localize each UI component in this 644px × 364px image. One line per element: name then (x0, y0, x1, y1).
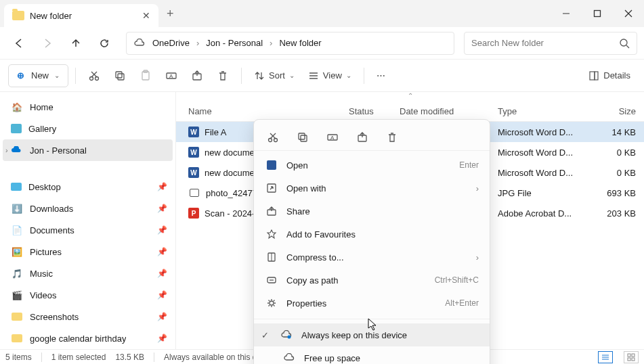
breadcrumb[interactable]: OneDrive › Jon - Personal › New folder (126, 32, 454, 55)
svg-rect-1 (595, 11, 601, 17)
compress-icon (265, 252, 278, 263)
onedrive-icon (11, 144, 23, 156)
details-button[interactable]: Details (583, 64, 636, 87)
back-button[interactable] (7, 31, 31, 55)
ctx-free-up[interactable]: Free up space (254, 346, 490, 364)
minimize-button[interactable] (551, 0, 582, 27)
view-details-toggle[interactable] (598, 351, 613, 363)
sort-button[interactable]: Sort ⌄ (249, 64, 300, 87)
window-tab[interactable]: New folder ✕ (4, 4, 158, 27)
pin-icon: 📌 (157, 204, 167, 213)
sidebar-item-screenshots[interactable]: Screenshots📌 (0, 306, 175, 327)
pdf-icon: P (188, 208, 199, 219)
paste-button[interactable] (134, 64, 157, 87)
close-window-button[interactable] (613, 0, 644, 27)
ctx-properties[interactable]: PropertiesAlt+Enter (254, 292, 490, 315)
forward-button[interactable] (35, 31, 60, 55)
pictures-icon: 🖼️ (11, 246, 23, 258)
downloads-icon: ⬇️ (11, 202, 23, 214)
maximize-button[interactable] (582, 0, 613, 27)
cloud-sync-icon (280, 330, 293, 340)
close-tab-button[interactable]: ✕ (142, 10, 150, 21)
column-name[interactable]: Name (176, 106, 349, 116)
ctx-cut-button[interactable] (263, 128, 282, 147)
cloud-icon (133, 39, 146, 48)
rename-button[interactable]: A (160, 64, 183, 87)
sidebar-item-gallery[interactable]: Gallery (0, 118, 175, 139)
chevron-right-icon: › (196, 38, 199, 48)
svg-point-23 (274, 138, 278, 141)
file-size: 693 KB (579, 188, 644, 198)
plus-icon: ⊕ (17, 70, 24, 81)
chevron-down-icon: ⌄ (289, 72, 295, 79)
chevron-right-icon: › (5, 146, 8, 154)
sidebar-item-home[interactable]: 🏠Home (0, 96, 175, 118)
share-button[interactable] (186, 64, 209, 87)
view-button[interactable]: View ⌄ (303, 64, 357, 87)
navigation-sidebar: 🏠Home Gallery ›Jon - Personal Desktop📌 ⬇… (0, 92, 176, 349)
up-button[interactable] (64, 31, 88, 55)
chevron-right-icon: › (476, 183, 479, 194)
sidebar-item-onedrive[interactable]: ›Jon - Personal (3, 139, 173, 161)
breadcrumb-onedrive[interactable]: OneDrive (152, 38, 190, 48)
file-size: 14 KB (579, 127, 644, 137)
refresh-button[interactable] (92, 31, 116, 55)
file-name: new docume (205, 147, 255, 158)
ctx-open-with[interactable]: Open with› (254, 177, 490, 200)
svg-line-5 (626, 45, 629, 48)
breadcrumb-folder[interactable]: New folder (279, 38, 321, 48)
svg-rect-45 (632, 358, 635, 361)
sidebar-item-downloads[interactable]: ⬇️Downloads📌 (0, 198, 175, 219)
word-icon: W (188, 147, 199, 158)
ctx-share[interactable]: Share (254, 200, 490, 223)
svg-rect-44 (628, 358, 630, 361)
sidebar-item-music[interactable]: 🎵Music📌 (0, 263, 175, 284)
title-bar: New folder ✕ + (0, 0, 644, 27)
search-input[interactable]: Search New folder (464, 32, 637, 55)
collapse-chevron-icon[interactable]: ⌃ (176, 92, 644, 101)
cut-button[interactable] (83, 64, 106, 87)
cursor-icon (368, 318, 379, 332)
column-status[interactable]: Status (349, 106, 400, 116)
ctx-share-button[interactable] (353, 128, 372, 147)
view-thumbnails-toggle[interactable] (624, 351, 639, 363)
column-size[interactable]: Size (579, 106, 644, 116)
cloud-icon (282, 353, 296, 363)
file-name: File A (205, 127, 227, 137)
ctx-copy-path[interactable]: Copy as pathCtrl+Shift+C (254, 269, 490, 292)
new-tab-button[interactable]: + (167, 7, 174, 21)
chevron-right-icon: › (476, 252, 479, 263)
copy-path-icon (265, 275, 278, 286)
check-icon: ✓ (258, 330, 272, 340)
sidebar-item-gcal[interactable]: google calendar birthday📌 (0, 327, 175, 349)
breadcrumb-user[interactable]: Jon - Personal (206, 38, 263, 48)
image-icon (188, 187, 200, 199)
copy-button[interactable] (108, 64, 131, 87)
new-button[interactable]: ⊕ New ⌄ (8, 64, 68, 87)
file-name: Scan - 2024-1 (205, 208, 260, 219)
ctx-rename-button[interactable]: A (323, 128, 342, 147)
home-icon: 🏠 (11, 101, 23, 113)
file-name: new docume (205, 168, 255, 178)
svg-rect-21 (595, 72, 598, 80)
ctx-delete-button[interactable] (383, 128, 402, 147)
svg-rect-26 (299, 133, 305, 139)
sidebar-item-pictures[interactable]: 🖼️Pictures📌 (0, 241, 175, 263)
tab-title: New folder (30, 11, 137, 21)
ctx-favourites[interactable]: Add to Favourites (254, 223, 490, 246)
more-button[interactable]: ⋯ (371, 64, 391, 87)
file-size: 203 KB (579, 208, 644, 219)
command-toolbar: ⊕ New ⌄ A Sort ⌄ View ⌄ ⋯ Details (0, 60, 644, 92)
column-date[interactable]: Date modified (400, 106, 498, 116)
delete-button[interactable] (211, 64, 234, 87)
ctx-compress[interactable]: Compress to...› (254, 246, 490, 269)
ctx-open[interactable]: OpenEnter (254, 154, 490, 177)
column-type[interactable]: Type (498, 106, 579, 116)
star-icon (265, 229, 278, 240)
sidebar-item-documents[interactable]: 📄Documents📌 (0, 219, 175, 241)
pin-icon: 📌 (157, 312, 167, 321)
search-icon (619, 38, 630, 49)
sidebar-item-videos[interactable]: 🎬Videos📌 (0, 284, 175, 306)
sidebar-item-desktop[interactable]: Desktop📌 (0, 176, 175, 198)
ctx-copy-button[interactable] (293, 128, 312, 147)
